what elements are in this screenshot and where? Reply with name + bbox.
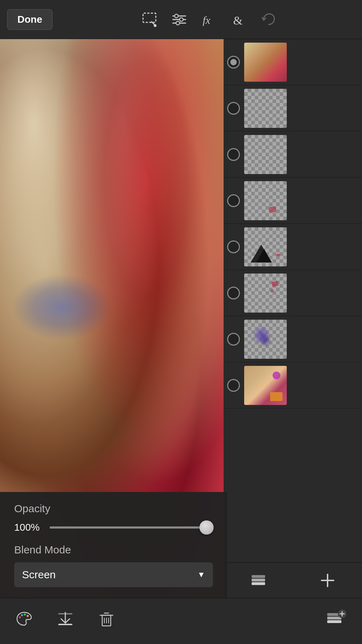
svg-rect-30 <box>327 617 341 619</box>
add-layer-bottom-icon[interactable] <box>325 608 348 634</box>
svg-rect-29 <box>327 620 341 623</box>
layer-radio[interactable] <box>227 379 240 392</box>
selection-tool-icon[interactable] <box>142 12 157 27</box>
bottom-toolbar <box>0 598 362 644</box>
blend-mode-select[interactable]: Screen ▼ <box>14 562 213 587</box>
layer-item[interactable] <box>224 39 362 85</box>
adjustments-icon[interactable] <box>171 12 187 27</box>
layer-radio[interactable] <box>227 56 240 69</box>
layer-thumbnail <box>244 181 287 220</box>
layer-radio[interactable] <box>227 333 240 346</box>
layer-thumbnail <box>244 135 287 174</box>
layer-radio[interactable] <box>227 102 240 115</box>
layer-thumbnail <box>244 227 287 266</box>
opacity-row: 100% <box>14 522 213 533</box>
svg-rect-12 <box>252 579 265 581</box>
svg-rect-13 <box>252 575 265 578</box>
blend-mode-label: Blend Mode <box>14 544 213 556</box>
top-toolbar: Done fx <box>0 0 362 39</box>
layer-thumbnail <box>244 43 287 82</box>
opacity-slider[interactable] <box>50 526 213 529</box>
bottom-tools-left <box>14 610 116 633</box>
fx-icon[interactable]: fx <box>201 12 217 27</box>
layer-item[interactable] <box>224 270 362 316</box>
svg-point-17 <box>21 614 23 616</box>
opacity-fill <box>50 526 213 529</box>
layer-item[interactable] <box>224 224 362 270</box>
undo-icon[interactable] <box>261 12 276 27</box>
svg-point-18 <box>24 613 26 616</box>
svg-rect-11 <box>252 582 265 585</box>
layers-bottom-bar <box>224 562 362 598</box>
palette-icon[interactable] <box>14 610 34 633</box>
blend-opacity-panel: Opacity 100% Blend Mode Screen ▼ <box>0 492 227 598</box>
opacity-thumb[interactable] <box>199 520 214 535</box>
merge-icon[interactable]: & <box>231 12 247 27</box>
layer-item[interactable] <box>224 178 362 224</box>
layers-view-button[interactable] <box>249 572 267 589</box>
opacity-label: Opacity <box>14 503 213 515</box>
done-button[interactable]: Done <box>7 9 53 30</box>
layer-thumbnail <box>244 366 287 405</box>
merge-down-icon[interactable] <box>55 610 75 633</box>
svg-point-8 <box>176 21 180 25</box>
layer-thumbnail <box>244 320 287 359</box>
layer-thumbnail <box>244 89 287 128</box>
toolbar-icons: fx & <box>63 12 355 27</box>
svg-text:fx: fx <box>203 14 210 26</box>
svg-point-19 <box>27 615 29 617</box>
layer-item[interactable] <box>224 316 362 362</box>
svg-point-2 <box>154 24 157 27</box>
svg-point-6 <box>175 14 178 18</box>
svg-rect-22 <box>58 624 72 625</box>
layer-radio[interactable] <box>227 240 240 253</box>
layer-radio[interactable] <box>227 148 240 161</box>
svg-point-16 <box>19 616 21 618</box>
svg-rect-21 <box>58 613 72 615</box>
svg-rect-0 <box>143 13 156 22</box>
blend-mode-value: Screen <box>22 569 56 581</box>
layer-item[interactable] <box>224 131 362 178</box>
layer-radio[interactable] <box>227 287 240 299</box>
add-layer-button[interactable] <box>319 572 336 589</box>
dropdown-arrow-icon: ▼ <box>197 570 205 579</box>
layers-panel <box>224 39 362 598</box>
svg-point-7 <box>180 18 183 21</box>
layer-item[interactable] <box>224 362 362 408</box>
layer-item[interactable] <box>224 85 362 131</box>
layer-thumbnail <box>244 274 287 313</box>
delete-layer-icon[interactable] <box>97 610 116 633</box>
layer-radio[interactable] <box>227 194 240 207</box>
opacity-value: 100% <box>14 522 43 533</box>
svg-text:&: & <box>233 14 242 27</box>
